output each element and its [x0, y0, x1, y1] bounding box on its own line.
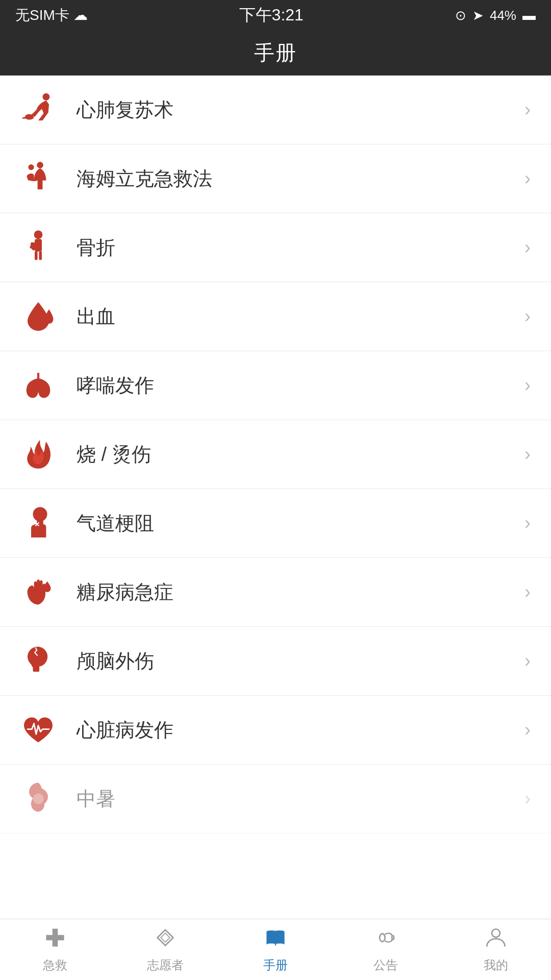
tab-volunteer[interactable]: 志愿者	[110, 919, 220, 980]
fracture-icon	[20, 230, 66, 265]
volunteer-tab-label: 志愿者	[147, 957, 184, 973]
battery-icon: ▬	[522, 8, 536, 23]
svg-point-1	[25, 114, 34, 119]
svg-rect-7	[39, 251, 42, 260]
asthma-chevron: ›	[524, 375, 531, 396]
more-icon	[20, 781, 66, 817]
tab-mine[interactable]: 我的	[441, 919, 551, 980]
svg-point-4	[34, 230, 43, 239]
heimlich-chevron: ›	[524, 168, 531, 189]
bleeding-label: 出血	[77, 304, 514, 330]
volunteer-icon	[154, 926, 177, 954]
list-item-asthma[interactable]: 哮喘发作 ›	[0, 351, 551, 420]
bleeding-chevron: ›	[524, 306, 531, 327]
list-item-burn[interactable]: 烧 / 烫伤 ›	[0, 420, 551, 489]
list-item-headinjury[interactable]: 颅脑外伤 ›	[0, 627, 551, 696]
burn-label: 烧 / 烫伤	[77, 442, 514, 468]
location-icon: ➤	[472, 8, 484, 23]
burn-icon	[20, 436, 66, 472]
headinjury-chevron: ›	[524, 650, 531, 672]
heartattack-label: 心脏病发作	[77, 717, 514, 743]
tab-rescue[interactable]: 急救	[0, 919, 110, 980]
nav-bar: 手册	[0, 31, 551, 76]
notice-icon	[374, 926, 397, 954]
heartattack-icon	[20, 712, 66, 748]
list-item-more[interactable]: 中暑 ›	[0, 765, 551, 834]
sim-status: 无SIM卡 ☁	[15, 6, 88, 25]
status-left: 无SIM卡 ☁	[15, 6, 88, 25]
tab-handbook[interactable]: 手册	[220, 919, 331, 980]
page-title: 手册	[254, 39, 297, 67]
mine-tab-label: 我的	[484, 957, 508, 973]
notice-tab-label: 公告	[373, 957, 398, 973]
heartattack-chevron: ›	[524, 719, 531, 741]
handbook-tab-label: 手册	[263, 957, 288, 973]
svg-point-16	[492, 929, 500, 937]
heimlich-icon	[20, 161, 66, 197]
headinjury-label: 颅脑外伤	[77, 648, 514, 674]
tab-bar: 急救 志愿者 手册	[0, 919, 551, 980]
airway-chevron: ›	[524, 512, 531, 534]
burn-chevron: ›	[524, 444, 531, 465]
svg-point-15	[380, 934, 385, 942]
more-chevron: ›	[524, 788, 531, 810]
list-item-heartattack[interactable]: 心脏病发作 ›	[0, 696, 551, 765]
fracture-chevron: ›	[524, 237, 531, 258]
list-item-diabetes[interactable]: 糖尿病急症 ›	[0, 558, 551, 627]
mine-icon	[485, 926, 507, 954]
headinjury-icon	[20, 643, 66, 679]
airway-label: 气道梗阻	[77, 510, 514, 536]
svg-point-8	[33, 507, 47, 522]
airway-icon	[20, 505, 66, 541]
svg-point-12	[28, 647, 47, 667]
list-item-airway[interactable]: 气道梗阻 ›	[0, 489, 551, 558]
asthma-icon	[20, 368, 66, 403]
content-list: 心肺复苏术 › 海姆立克急救法 ›	[0, 76, 551, 919]
svg-rect-13	[33, 666, 40, 672]
rescue-tab-label: 急救	[43, 957, 67, 973]
status-time: 下午3:21	[239, 4, 304, 27]
battery-level: 44%	[490, 8, 516, 23]
list-item-cpr[interactable]: 心肺复苏术 ›	[0, 76, 551, 144]
cpr-label: 心肺复苏术	[77, 97, 514, 123]
lock-icon: ⊙	[455, 8, 466, 23]
bleeding-icon	[20, 299, 66, 334]
list-item-bleeding[interactable]: 出血 ›	[0, 282, 551, 351]
rescue-icon	[44, 926, 66, 954]
svg-point-0	[42, 93, 49, 101]
cpr-icon	[20, 92, 66, 128]
asthma-label: 哮喘发作	[77, 373, 514, 399]
cpr-chevron: ›	[524, 99, 531, 120]
status-bar: 无SIM卡 ☁ 下午3:21 ⊙ ➤ 44% ▬	[0, 0, 551, 31]
tab-notice[interactable]: 公告	[331, 919, 441, 980]
svg-point-3	[28, 164, 34, 170]
list-item-fracture[interactable]: 骨折 ›	[0, 213, 551, 282]
more-label: 中暑	[77, 786, 514, 812]
fracture-label: 骨折	[77, 235, 514, 261]
handbook-icon	[264, 926, 287, 954]
svg-point-2	[37, 162, 43, 168]
diabetes-chevron: ›	[524, 581, 531, 603]
status-right: ⊙ ➤ 44% ▬	[455, 8, 536, 23]
diabetes-icon	[20, 574, 66, 610]
list-item-heimlich[interactable]: 海姆立克急救法 ›	[0, 144, 551, 213]
svg-rect-6	[35, 251, 38, 260]
diabetes-label: 糖尿病急症	[77, 579, 514, 605]
svg-point-14	[33, 794, 44, 804]
heimlich-label: 海姆立克急救法	[77, 166, 514, 192]
